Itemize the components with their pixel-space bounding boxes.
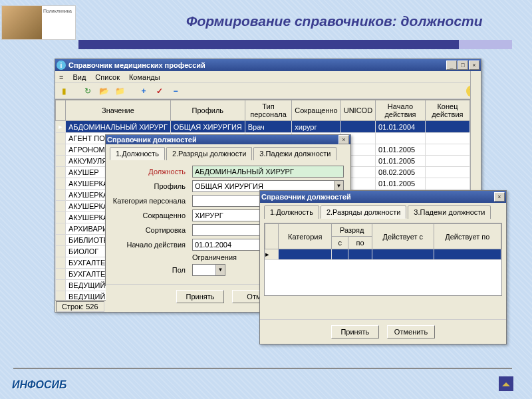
col-kategoria: Категория xyxy=(279,224,332,249)
tab-ranks[interactable]: 2.Разряды должности xyxy=(166,147,252,160)
minimize-button[interactable]: _ xyxy=(446,61,457,70)
footer-brand: ИНФОСИБ xyxy=(12,379,66,391)
tab-position[interactable]: 1.Должность xyxy=(264,205,319,219)
col-po: по xyxy=(348,237,372,249)
ranks-dialog-titlebar[interactable]: Справочник должностей × xyxy=(260,191,506,203)
tab-position[interactable]: 1.Должность xyxy=(110,147,165,160)
ogran-label: Ограничения xyxy=(192,253,237,261)
slide-title: Формирование справочников: должности xyxy=(186,13,512,29)
dialog2-buttons: Принять Отменить xyxy=(260,319,506,344)
sokr-label: Сокращенно xyxy=(112,211,186,219)
close-button[interactable]: × xyxy=(338,135,349,144)
ranks-dialog: Справочник должностей × 1.Должность 2.Ра… xyxy=(259,190,507,344)
maximize-button[interactable]: □ xyxy=(458,61,468,70)
sort-label: Сортировка xyxy=(112,226,186,234)
accept-button[interactable]: Принять xyxy=(331,325,379,338)
dialog2-body: Категория Разряд Действует с Действует п… xyxy=(260,219,506,319)
col-deist-s: Действует с xyxy=(372,224,434,249)
pol-combo[interactable]: ▼ xyxy=(192,264,225,276)
col-header[interactable]: Тип персонала xyxy=(245,100,292,121)
menubar: = Вид Список Команды xyxy=(55,71,481,83)
ranks-grid[interactable]: Категория Разряд Действует с Действует п… xyxy=(264,223,502,296)
accept-button[interactable]: Принять xyxy=(176,290,224,303)
close-button[interactable]: × xyxy=(469,61,479,70)
col-header[interactable]: Начало действия xyxy=(376,100,426,121)
menu-commands[interactable]: Команды xyxy=(129,73,160,81)
profil-label: Профиль xyxy=(112,182,186,190)
col-deist-po: Действует по xyxy=(434,224,501,249)
position-dialog-titlebar[interactable]: Справочник должностей × xyxy=(106,135,350,144)
ranks-row[interactable]: ▸ xyxy=(265,249,501,260)
close-button[interactable]: × xyxy=(494,192,505,201)
tab-cases[interactable]: 3.Падежи должности xyxy=(408,205,491,219)
col-header[interactable]: Профиль xyxy=(170,100,245,121)
refresh-icon[interactable]: ↻ xyxy=(82,85,94,97)
kategoria-label: Категория персонала xyxy=(112,197,186,205)
menu-list[interactable]: Список xyxy=(95,73,120,81)
folder-open-icon[interactable]: 📂 xyxy=(98,85,110,97)
ranks-dialog-title: Справочник должностей xyxy=(261,193,493,201)
scroll-top-button[interactable] xyxy=(499,376,513,391)
nachalo-label: Начало действия xyxy=(112,241,186,249)
col-header[interactable]: Конец действия xyxy=(425,100,469,121)
cancel-button[interactable]: Отменить xyxy=(387,325,435,338)
app-logo: Поликлиника xyxy=(1,5,76,40)
menu-view[interactable]: Вид xyxy=(72,73,86,81)
menu-ham[interactable]: = xyxy=(59,73,63,81)
table-row[interactable]: ▸АБДОМИНАЛЬНЫЙ ХИРУРГОБЩАЯ ХИРУРГИЯВрачх… xyxy=(56,121,481,133)
position-dialog-title: Справочник должностей xyxy=(107,136,338,144)
toolbar: ▮ ↻ 📂 📁 + ✓ − ? xyxy=(55,83,481,99)
folder-icon[interactable]: 📁 xyxy=(114,85,126,97)
footer-rule xyxy=(13,368,512,369)
info-icon: i xyxy=(57,61,66,70)
col-header[interactable]: Сокращенно xyxy=(292,100,340,121)
col-header[interactable]: Значение xyxy=(66,100,171,121)
col-razryad: Разряд xyxy=(332,224,372,237)
doc-icon[interactable]: ▮ xyxy=(58,85,70,97)
check-icon[interactable]: ✓ xyxy=(154,85,166,97)
dialog2-tabs: 1.Должность 2.Разряды должности 3.Падежи… xyxy=(260,203,506,219)
decor-stripe xyxy=(78,40,512,49)
dolzhnost-label: Должность xyxy=(112,168,186,176)
tab-ranks[interactable]: 2.Разряды должности xyxy=(321,205,406,219)
col-header[interactable]: UNICOD xyxy=(340,100,375,121)
add-icon[interactable]: + xyxy=(138,85,150,97)
dolzhnost-input[interactable] xyxy=(192,166,344,178)
main-window-title: Справочник медицинских профессий xyxy=(68,61,446,69)
minus-icon[interactable]: − xyxy=(170,85,182,97)
main-window-titlebar[interactable]: i Справочник медицинских профессий _ □ × xyxy=(55,59,481,71)
row-count: Строк: 526 xyxy=(56,301,104,312)
pol-label: Пол xyxy=(112,266,186,274)
tab-cases[interactable]: 3.Падежи должности xyxy=(253,147,336,160)
col-s: с xyxy=(332,237,348,249)
dialog1-tabs: 1.Должность 2.Разряды должности 3.Падежи… xyxy=(106,144,350,160)
